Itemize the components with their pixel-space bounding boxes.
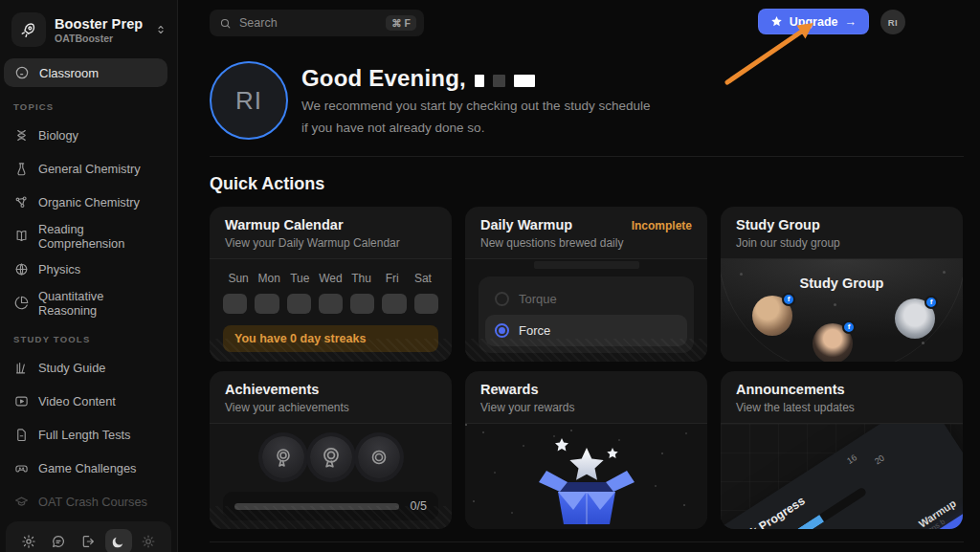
medal-icon bbox=[358, 436, 400, 478]
profile-avatar[interactable]: RI bbox=[210, 61, 288, 140]
facebook-badge-icon: f bbox=[924, 296, 938, 309]
medal-badges bbox=[210, 436, 452, 478]
sidebar-footer bbox=[6, 521, 171, 552]
day-cell[interactable] bbox=[255, 294, 278, 314]
sidebar-item-label: Biology bbox=[38, 128, 78, 143]
card-subtitle: View your rewards bbox=[480, 401, 692, 414]
streak-banner: You have 0 day streaks bbox=[223, 325, 438, 352]
pie-chart-icon bbox=[13, 296, 29, 311]
gift-box-icon bbox=[529, 427, 644, 526]
quick-actions-heading: Quick Actions bbox=[210, 174, 324, 194]
sidebar-item-classroom[interactable]: Classroom bbox=[4, 58, 167, 87]
document-icon bbox=[13, 428, 29, 443]
sidebar-item-video-content[interactable]: Video Content bbox=[0, 385, 177, 418]
redacted-name-block bbox=[514, 75, 535, 87]
greeting-title-row: Good Evening, bbox=[301, 65, 535, 92]
warmup-calendar-card[interactable]: Warmup Calendar View your Daily Warmup C… bbox=[210, 207, 452, 362]
greeting-subtitle: We recommend you start by checking out t… bbox=[301, 95, 650, 139]
unfold-more-icon[interactable] bbox=[154, 23, 167, 36]
sidebar: Booster Prep OATBooster Classroom TOPICS bbox=[0, 0, 178, 552]
test-tube-icon bbox=[13, 162, 29, 177]
radio-checked-icon bbox=[495, 323, 509, 338]
sidebar-item-full-length-tests[interactable]: Full Length Tests bbox=[0, 418, 177, 452]
card-title: Study Group bbox=[736, 217, 947, 232]
search-input[interactable]: ⌘ F bbox=[210, 10, 424, 36]
book-icon bbox=[13, 229, 29, 244]
rewards-card[interactable]: Rewards View your rewards bbox=[465, 371, 707, 529]
answer-options: Torque Force bbox=[479, 276, 694, 353]
tools-section-label: STUDY TOOLS bbox=[0, 320, 177, 351]
star-icon bbox=[770, 15, 783, 28]
question-fragment bbox=[534, 261, 639, 269]
topics-section-label: TOPICS bbox=[0, 87, 177, 119]
sidebar-item-reading-comprehension[interactable]: Reading Comprehension bbox=[0, 219, 177, 253]
member-avatar: f bbox=[752, 296, 792, 336]
dark-mode-icon[interactable] bbox=[105, 529, 132, 552]
achievements-progress: 0/5 bbox=[223, 492, 438, 520]
molecule-icon bbox=[13, 195, 29, 210]
facebook-badge-icon: f bbox=[842, 320, 856, 334]
brand-name: Booster Prep bbox=[55, 16, 143, 32]
sidebar-item-label: Quantitative Reasoning bbox=[38, 289, 164, 318]
progress-bar bbox=[234, 503, 399, 510]
sidebar-item-label: Physics bbox=[38, 262, 80, 276]
card-subtitle: Join our study group bbox=[736, 236, 947, 250]
sidebar-item-physics[interactable]: Physics bbox=[0, 253, 177, 286]
main-content: ⌘ F Upgrade → RI RI Good Evening, We rec… bbox=[178, 0, 980, 552]
member-avatar: f bbox=[895, 298, 935, 339]
sidebar-item-biology[interactable]: Biology bbox=[0, 119, 177, 152]
section-divider bbox=[210, 156, 964, 157]
sidebar-item-label: General Chemistry bbox=[38, 162, 141, 176]
option-force[interactable]: Force bbox=[485, 315, 687, 346]
sidebar-item-label: Video Content bbox=[38, 394, 116, 408]
feedback-icon[interactable] bbox=[45, 529, 72, 552]
search-field[interactable] bbox=[239, 16, 378, 30]
greeting-title: Good Evening, bbox=[301, 65, 466, 92]
day-cell[interactable] bbox=[287, 294, 311, 314]
brand[interactable]: Booster Prep OATBooster bbox=[0, 0, 177, 58]
sidebar-item-label: Organic Chemistry bbox=[38, 195, 140, 210]
card-title: Achievements bbox=[225, 382, 436, 397]
progress-label: 0/5 bbox=[411, 499, 427, 513]
achievements-card[interactable]: Achievements View your achievements bbox=[210, 371, 452, 529]
sidebar-item-general-chemistry[interactable]: General Chemistry bbox=[0, 152, 177, 186]
day-cell[interactable] bbox=[319, 294, 343, 314]
completed-answers-segment bbox=[789, 515, 824, 529]
search-shortcut-badge: ⌘ F bbox=[386, 15, 416, 31]
study-group-card[interactable]: Study Group Join our study group Study G… bbox=[721, 207, 963, 362]
sidebar-item-oat-crash-courses[interactable]: OAT Crash Courses bbox=[0, 485, 177, 519]
day-cell[interactable] bbox=[414, 294, 438, 314]
day-cell[interactable] bbox=[223, 294, 247, 314]
user-avatar[interactable]: RI bbox=[880, 10, 905, 34]
day-cell[interactable] bbox=[350, 294, 374, 314]
sidebar-item-game-challenges[interactable]: Game Challenges bbox=[0, 452, 177, 485]
announcements-card[interactable]: Announcements View the latest updates Qu… bbox=[721, 371, 963, 529]
graduation-cap-icon bbox=[13, 495, 29, 510]
option-torque[interactable]: Torque bbox=[485, 283, 687, 315]
radio-icon bbox=[495, 292, 509, 306]
upgrade-button[interactable]: Upgrade → bbox=[758, 9, 869, 34]
day-cell[interactable] bbox=[382, 294, 406, 314]
rocket-icon bbox=[11, 12, 46, 47]
daily-warmup-card[interactable]: Daily Warmup New questions brewed daily … bbox=[465, 207, 707, 362]
calendar-day-cells bbox=[223, 294, 438, 314]
card-subtitle: View your achievements bbox=[225, 401, 436, 414]
logout-icon[interactable] bbox=[75, 529, 101, 552]
quick-actions-grid: Warmup Calendar View your Daily Warmup C… bbox=[210, 207, 963, 529]
option-label: Force bbox=[519, 323, 550, 338]
books-icon bbox=[13, 361, 29, 376]
weekday-row: SunMon TueWed ThuFri Sat bbox=[223, 272, 438, 285]
dna-icon bbox=[13, 128, 29, 144]
medal-icon bbox=[262, 436, 304, 478]
medal-icon bbox=[310, 436, 352, 478]
sidebar-item-organic-chemistry[interactable]: Organic Chemistry bbox=[0, 186, 177, 219]
sidebar-item-label: Game Challenges bbox=[38, 461, 136, 475]
light-mode-icon[interactable] bbox=[135, 529, 162, 552]
redacted-name-block bbox=[493, 75, 505, 87]
sidebar-item-quantitative-reasoning[interactable]: Quantitative Reasoning bbox=[0, 286, 177, 320]
option-label: Torque bbox=[519, 292, 557, 306]
settings-icon[interactable] bbox=[15, 529, 42, 552]
arrow-right-icon: → bbox=[845, 15, 858, 29]
upgrade-label: Upgrade bbox=[790, 15, 838, 29]
sidebar-item-study-guide[interactable]: Study Guide bbox=[0, 351, 177, 385]
